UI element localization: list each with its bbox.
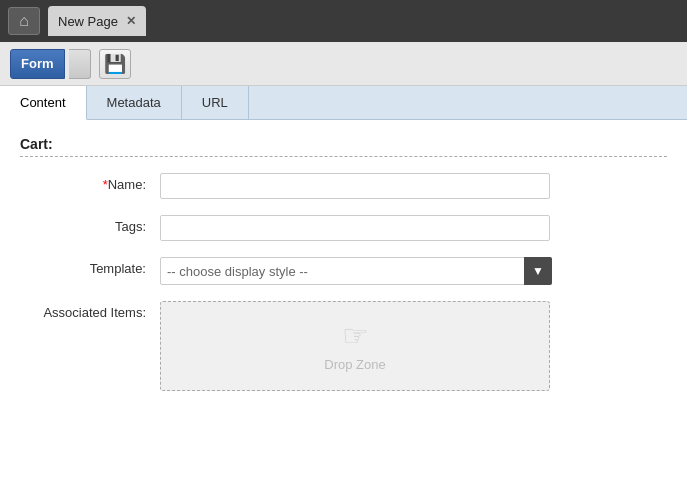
title-bar: ⌂ New Page ✕	[0, 0, 687, 42]
tags-row: Tags:	[20, 215, 667, 241]
template-select-wrapper: -- choose display style -- ▼	[160, 257, 552, 285]
form-button[interactable]: Form	[10, 49, 65, 79]
tab-bar: Content Metadata URL	[0, 86, 687, 120]
name-input[interactable]	[160, 173, 550, 199]
save-icon: 💾	[104, 53, 126, 75]
tags-label: Tags:	[40, 215, 160, 234]
form-toggle-button[interactable]	[69, 49, 91, 79]
toolbar: Form 💾	[0, 42, 687, 86]
associated-items-label: Associated Items:	[40, 301, 160, 320]
drop-zone[interactable]: ☞ Drop Zone	[160, 301, 550, 391]
name-label: *Name:	[40, 173, 160, 192]
tab-content[interactable]: Content	[0, 86, 87, 120]
tab-url[interactable]: URL	[182, 86, 249, 119]
home-icon: ⌂	[19, 12, 29, 30]
tab-close-icon[interactable]: ✕	[126, 14, 136, 28]
tags-input[interactable]	[160, 215, 550, 241]
hand-icon: ☞	[342, 321, 369, 351]
main-content: Cart: *Name: Tags: Template: -- choose d…	[0, 120, 687, 500]
template-label: Template:	[40, 257, 160, 276]
home-button[interactable]: ⌂	[8, 7, 40, 35]
associated-items-row: Associated Items: ☞ Drop Zone	[20, 301, 667, 391]
tab-metadata[interactable]: Metadata	[87, 86, 182, 119]
save-button[interactable]: 💾	[99, 49, 131, 79]
section-divider	[20, 156, 667, 157]
browser-tab[interactable]: New Page ✕	[48, 6, 146, 36]
template-row: Template: -- choose display style -- ▼	[20, 257, 667, 285]
section-title: Cart:	[20, 136, 667, 152]
name-row: *Name:	[20, 173, 667, 199]
tab-label: New Page	[58, 14, 118, 29]
template-select[interactable]: -- choose display style --	[160, 257, 552, 285]
drop-zone-text: Drop Zone	[324, 357, 385, 372]
